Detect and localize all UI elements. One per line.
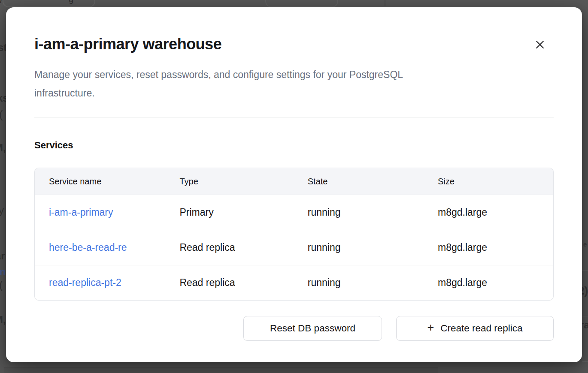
background-divider bbox=[385, 0, 385, 6]
service-size: m8gd.large bbox=[424, 230, 553, 265]
dialog-title: i-am-a-primary warehouse bbox=[34, 36, 554, 53]
table-row: read-replica-pt-2 Read replica running m… bbox=[35, 265, 553, 301]
column-header-service-name: Service name bbox=[35, 168, 165, 195]
background-table-band bbox=[4, 367, 438, 373]
background-text-fragment: g bbox=[69, 0, 73, 3]
background-text-fragment: y bbox=[0, 205, 4, 216]
dimmed-background: st ks ( M, y ar in ( M, g / e 2) ra i-am… bbox=[0, 0, 588, 373]
service-size: m8gd.large bbox=[424, 195, 553, 230]
background-text-fragment: ar bbox=[0, 251, 5, 261]
background-row-line bbox=[582, 270, 588, 271]
section-divider bbox=[34, 117, 554, 117]
reset-db-password-label: Reset DB password bbox=[270, 323, 355, 334]
close-button[interactable] bbox=[531, 36, 549, 53]
dialog-description-line2: infrastructure. bbox=[34, 84, 554, 102]
services-table: Service name Type State Size i-am-a-prim… bbox=[34, 168, 554, 301]
service-type: Read replica bbox=[165, 230, 293, 265]
service-type: Read replica bbox=[165, 265, 293, 301]
column-header-size: Size bbox=[424, 168, 553, 195]
background-link-fragment: in bbox=[0, 267, 6, 277]
background-row-line bbox=[582, 316, 588, 316]
background-text-fragment: M, bbox=[0, 315, 6, 325]
background-text-fragment: ( bbox=[0, 280, 3, 291]
warehouse-dialog: i-am-a-primary warehouse Manage your ser… bbox=[6, 7, 582, 362]
create-read-replica-button[interactable]: + Create read replica bbox=[396, 316, 554, 341]
reset-db-password-button[interactable]: Reset DB password bbox=[243, 316, 382, 341]
service-state: running bbox=[294, 195, 424, 230]
dialog-description: Manage your services, reset passwords, a… bbox=[34, 66, 554, 102]
service-size: m8gd.large bbox=[424, 265, 553, 301]
background-row-line bbox=[582, 361, 588, 362]
table-row: i-am-a-primary Primary running m8gd.larg… bbox=[35, 195, 553, 230]
service-link[interactable]: read-replica-pt-2 bbox=[49, 277, 121, 288]
service-link[interactable]: i-am-a-primary bbox=[49, 207, 113, 218]
background-button-outline bbox=[265, 0, 338, 7]
column-header-type: Type bbox=[165, 168, 293, 195]
close-icon bbox=[536, 40, 544, 49]
create-read-replica-label: Create read replica bbox=[440, 323, 522, 334]
column-header-state: State bbox=[294, 168, 424, 195]
background-button-outline bbox=[3, 0, 95, 7]
dialog-description-line1: Manage your services, reset passwords, a… bbox=[34, 66, 554, 84]
service-type: Primary bbox=[165, 195, 293, 230]
service-state: running bbox=[294, 230, 424, 265]
background-text-fragment: M, bbox=[0, 143, 6, 153]
background-text-fragment: ( bbox=[0, 109, 3, 120]
plus-icon: + bbox=[427, 322, 434, 334]
services-heading: Services bbox=[34, 140, 554, 151]
table-header-row: Service name Type State Size bbox=[35, 168, 553, 195]
table-row: here-be-a-read-re Read replica running m… bbox=[35, 230, 553, 265]
service-link[interactable]: here-be-a-read-re bbox=[49, 242, 127, 253]
dialog-actions: Reset DB password + Create read replica bbox=[34, 316, 554, 341]
background-text-fragment: / bbox=[0, 0, 3, 4]
service-state: running bbox=[294, 265, 424, 301]
background-text-fragment: e bbox=[583, 241, 587, 247]
